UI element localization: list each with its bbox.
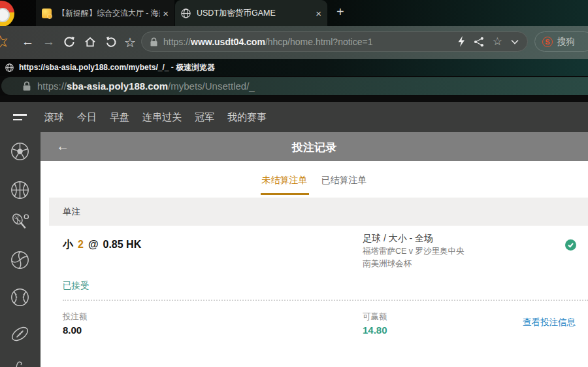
bet-tabs: 未结算注单 已结算注单 [41, 161, 588, 198]
tab-title: 【新提醒】综合交流大厅 - 海燕策 [57, 8, 160, 19]
url-text: https://www.usdt04.com/hhcp/home.html?no… [163, 37, 449, 47]
site-navbar: 滚球 今日 早盘 连串过关 冠军 我的赛事 [0, 102, 588, 132]
page-title: 投注记录 [41, 140, 588, 155]
tab-unsettled[interactable]: 未结算注单 [262, 175, 308, 186]
tab-settled[interactable]: 已结算注单 [321, 175, 367, 186]
bet-status: 已接受 [63, 280, 90, 292]
tab-favicon-globe-icon [181, 9, 191, 18]
nav-item-mybets[interactable]: 我的赛事 [227, 111, 267, 124]
lightning-icon[interactable] [457, 36, 465, 47]
browser-tab-active[interactable]: USDT加密货币GAME × [175, 0, 327, 26]
chevron-down-icon[interactable] [511, 39, 519, 44]
home-button[interactable] [84, 36, 96, 48]
browser-logo-icon [0, 1, 14, 27]
bet-selection: 小2@0.85 HK [63, 238, 141, 252]
tab-close-icon[interactable]: × [163, 8, 169, 19]
popup-url-text: https://sba-asia.poly188.com/mybets/Unse… [37, 80, 255, 92]
handicap-value: 2 [78, 239, 84, 250]
volleyball-icon[interactable] [10, 250, 30, 270]
nav-item-live[interactable]: 滚球 [44, 111, 64, 124]
accepted-check-icon [565, 239, 576, 251]
window-gap [0, 96, 588, 102]
tab-close-icon[interactable]: × [316, 8, 321, 19]
bet-match: 福塔雷萨CE v 罗沙里奥中央 [363, 246, 465, 257]
bookmark-star-icon[interactable]: ☆ [124, 35, 136, 50]
divider [63, 300, 588, 301]
bet-market: 足球 / 大小 - 全场 [363, 233, 465, 245]
sogou-label: 搜狗 [557, 36, 575, 48]
nav-item-today[interactable]: 今日 [77, 111, 97, 124]
share-icon[interactable] [474, 37, 484, 47]
browser-toolbar: ☆ ← → ☆ [0, 26, 588, 59]
main-area: ← 投注记录 未结算注单 已结算注单 单注 小2@0.85 HK 足球 / 大小… [0, 132, 588, 367]
address-bar[interactable]: https://www.usdt04.com/hhcp/home.html?no… [141, 31, 528, 52]
favorite-star-icon[interactable]: ☆ [493, 36, 502, 47]
odds-value: 0.85 HK [103, 239, 142, 250]
nav-item-early[interactable]: 早盘 [110, 111, 129, 124]
win-column: 可赢额 14.80 [363, 311, 387, 336]
soccer-icon[interactable] [10, 141, 30, 162]
bet-league: 南美洲球会杯 [363, 258, 465, 270]
popup-window-titlebar: https://sba-asia.poly188.com/mybets/_/_ … [0, 59, 588, 76]
sogou-search-box[interactable]: S 搜狗 [534, 31, 588, 52]
basketball-icon[interactable] [10, 180, 30, 200]
stake-label: 投注额 [63, 311, 88, 323]
bet-market-block: 足球 / 大小 - 全场 福塔雷萨CE v 罗沙里奥中央 南美洲球会杯 [363, 233, 465, 270]
section-header-single-bet: 单注 [49, 198, 588, 226]
popup-url-row: https://sba-asia.poly188.com/mybets/Unse… [0, 76, 588, 96]
undo-button[interactable] [105, 36, 117, 48]
sports-sidebar [0, 132, 41, 367]
win-label: 可赢额 [363, 311, 387, 323]
stake-column: 投注额 8.00 [63, 311, 88, 336]
nav-item-outright[interactable]: 冠军 [195, 111, 214, 124]
reload-button[interactable] [63, 36, 75, 48]
back-button[interactable]: ← [22, 35, 34, 49]
new-tab-button[interactable]: + [336, 5, 344, 20]
sogou-logo-icon: S [542, 37, 553, 47]
nav-item-parlay[interactable]: 连串过关 [142, 111, 182, 124]
golf-icon[interactable] [14, 360, 24, 367]
tab-title: USDT加密货币GAME [197, 8, 313, 19]
page-header: ← 投注记录 [41, 132, 588, 161]
popup-window-title: https://sba-asia.poly188.com/mybets/_/_ … [19, 62, 215, 73]
win-value: 14.80 [363, 324, 387, 336]
at-sign: @ [88, 239, 99, 250]
menu-icon[interactable] [13, 114, 27, 120]
pick-label: 小 [63, 239, 73, 250]
tab-favicon-chat-icon [42, 9, 52, 18]
tennis-icon[interactable] [10, 212, 30, 232]
screen: 【新提醒】综合交流大厅 - 海燕策 × USDT加密货币GAME × + ☆ ←… [0, 0, 588, 367]
browser-tab-inactive[interactable]: 【新提醒】综合交流大厅 - 海燕策 × [36, 0, 174, 26]
lock-icon [150, 37, 157, 46]
baseball-icon[interactable] [10, 287, 30, 307]
edge-star-icon: ☆ [0, 30, 12, 54]
view-bet-info-link[interactable]: 查看投注信息 [523, 317, 576, 328]
american-football-icon[interactable] [10, 324, 30, 344]
globe-icon [5, 63, 14, 72]
section-label: 单注 [63, 206, 80, 218]
popup-address-bar[interactable]: https://sba-asia.poly188.com/mybets/Unse… [1, 77, 588, 95]
browser-tab-bar: 【新提醒】综合交流大厅 - 海燕策 × USDT加密货币GAME × + [0, 0, 588, 26]
nav-items: 滚球 今日 早盘 连串过关 冠军 我的赛事 [44, 111, 267, 124]
lock-icon [23, 81, 31, 91]
stake-value: 8.00 [63, 324, 88, 336]
forward-button[interactable]: → [42, 35, 55, 49]
